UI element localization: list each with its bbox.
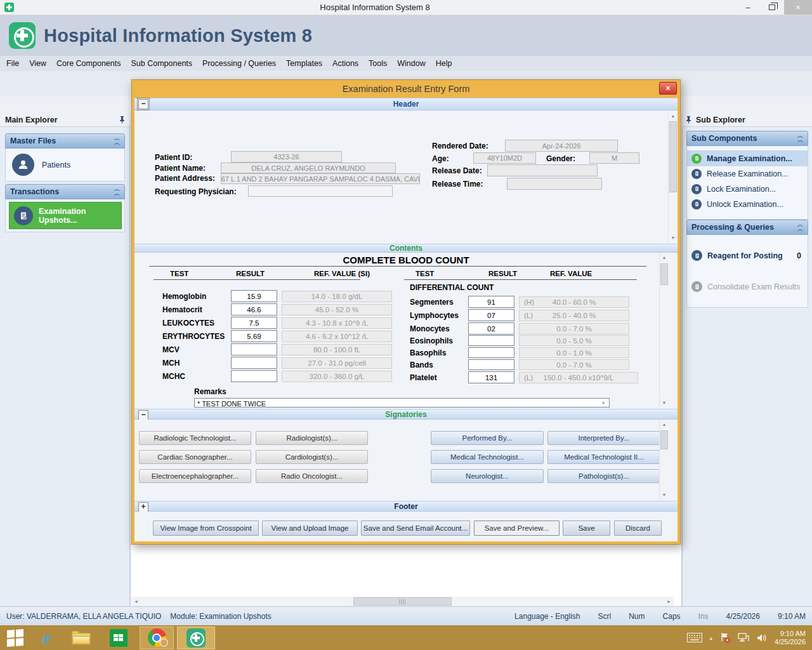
header-scrollbar[interactable]: ▲ ▼ xyxy=(668,111,678,242)
sidebar-item-reagent-for-posting[interactable]: Reagent for Posting 0 xyxy=(687,248,808,263)
dialog-close-button[interactable]: × xyxy=(659,82,677,95)
scroll-up-icon[interactable]: ▲ xyxy=(660,420,669,429)
patient-name-field[interactable]: DELA CRUZ, ANGELO RAYMUNDO xyxy=(221,162,396,173)
sidebar-item-examination-upshots[interactable]: Examination Upshots... xyxy=(9,202,122,229)
patient-address-field[interactable]: B67 L 1 AND 2 BAHAY PANGARAP SAMPALOC 4 … xyxy=(221,173,420,184)
result-input[interactable] xyxy=(231,343,277,355)
interpreted-by-button[interactable]: Interpreted By... xyxy=(547,431,660,445)
scroll-up-icon[interactable]: ▲ xyxy=(669,111,678,121)
pin-icon[interactable] xyxy=(686,116,691,124)
neurologist-button[interactable]: Neurologist... xyxy=(431,469,544,483)
contents-scrollbar[interactable]: ▲ ▼ xyxy=(659,253,669,408)
radio-oncologist-button[interactable]: Radio Oncologist... xyxy=(256,469,368,483)
action-center-flag-icon[interactable] xyxy=(720,632,730,643)
scroll-up-icon[interactable]: ▲ xyxy=(660,253,669,262)
scrollbar-thumb[interactable] xyxy=(353,597,452,606)
radiologists-button[interactable]: Radiologist(s)... xyxy=(256,431,368,445)
patient-id-field[interactable]: 4323-26 xyxy=(231,151,342,162)
close-button[interactable]: × xyxy=(784,0,812,15)
scrollbar-thumb[interactable] xyxy=(660,263,668,285)
result-input[interactable]: 46.6 xyxy=(231,303,277,315)
collapse-chevron-icon[interactable]: ︿︿ xyxy=(797,223,803,232)
taskbar-windows-store[interactable] xyxy=(100,627,137,649)
result-input[interactable]: 02 xyxy=(468,322,514,335)
minimize-button[interactable]: – xyxy=(736,0,760,15)
sidebar-item-release-examination[interactable]: Release Examination... xyxy=(687,166,808,182)
save-and-preview-button[interactable]: Save and Preview... xyxy=(474,521,560,536)
signatories-scrollbar[interactable]: ▲ ▼ xyxy=(659,420,669,500)
menu-core-components[interactable]: Core Components xyxy=(51,56,126,71)
show-hidden-icons-chevron[interactable]: ▴ xyxy=(710,635,713,641)
result-input[interactable] xyxy=(231,370,277,382)
remarks-field[interactable]: * TEST DONE TWICE xyxy=(194,398,610,408)
requesting-physician-field[interactable] xyxy=(248,185,393,197)
result-input[interactable] xyxy=(468,335,514,346)
collapse-chevron-icon[interactable]: ︿︿ xyxy=(797,134,803,143)
view-upload-image-button[interactable]: View and Upload Image xyxy=(262,521,358,536)
restore-button[interactable] xyxy=(760,0,784,15)
taskbar-chrome[interactable] xyxy=(140,627,174,649)
menu-help[interactable]: Help xyxy=(431,56,457,71)
gender-field[interactable]: M xyxy=(589,152,639,164)
result-input[interactable] xyxy=(231,357,277,369)
sidebar-item-lock-examination[interactable]: Lock Examination... xyxy=(687,181,808,197)
menu-processing-queries[interactable]: Processing / Queries xyxy=(197,56,281,71)
sidebar-item-unlock-examination[interactable]: Unlock Examination... xyxy=(687,196,808,212)
medical-technologist-button[interactable]: Medical Technologist... xyxy=(431,450,544,464)
menu-actions[interactable]: Actions xyxy=(327,56,363,71)
result-input[interactable] xyxy=(468,347,514,358)
cardiac-sonographer-button[interactable]: Cardiac Sonographer... xyxy=(139,450,251,464)
scroll-down-icon[interactable]: ▼ xyxy=(660,398,669,408)
result-input[interactable]: 5.69 xyxy=(231,330,277,342)
result-input[interactable] xyxy=(468,359,514,370)
sidebar-item-manage-examination[interactable]: Manage Examination... xyxy=(687,150,808,166)
pin-icon[interactable] xyxy=(119,116,125,124)
collapse-chevron-icon[interactable]: ︿︿ xyxy=(114,136,120,145)
result-input[interactable]: 91 xyxy=(468,296,514,308)
medical-technologist-ii-button[interactable]: Medical Technologist II... xyxy=(547,450,660,464)
network-icon[interactable] xyxy=(738,633,749,642)
rendered-date-field[interactable]: Apr-24-2026 xyxy=(505,140,618,152)
result-input[interactable]: 131 xyxy=(468,371,514,383)
collapse-chevron-icon[interactable]: ︿︿ xyxy=(114,187,120,196)
sidebar-item-consolidate-exam-results[interactable]: Consolidate Exam Results xyxy=(687,279,808,295)
menu-view[interactable]: View xyxy=(24,56,51,71)
group-master-files[interactable]: Master Files ︿︿ xyxy=(5,133,125,149)
save-button[interactable]: Save xyxy=(563,521,610,536)
scroll-left-icon[interactable]: ◄ xyxy=(131,597,141,606)
cardiologists-button[interactable]: Cardiologist(s)... xyxy=(256,450,368,464)
pathologists-button[interactable]: Pathologist(s)... xyxy=(547,469,660,483)
scroll-down-icon[interactable]: ▼ xyxy=(669,233,678,242)
collapse-signatories-button[interactable]: − xyxy=(138,410,148,420)
tray-clock[interactable]: 9:10 AM 4/25/2026 xyxy=(775,630,806,646)
age-field[interactable]: 48Y10M2D xyxy=(473,152,536,164)
result-input[interactable]: 15.9 xyxy=(231,290,277,302)
scrollbar-thumb[interactable] xyxy=(660,430,668,449)
expand-footer-button[interactable]: + xyxy=(138,502,148,512)
sidebar-item-patients[interactable]: Patients xyxy=(6,149,124,176)
start-button[interactable] xyxy=(0,627,30,649)
result-input[interactable]: 07 xyxy=(468,309,514,321)
group-sub-components[interactable]: Sub Components ︿︿ xyxy=(686,131,808,146)
result-input[interactable]: 7.5 xyxy=(231,317,277,329)
performed-by-button[interactable]: Performed By... xyxy=(431,431,544,445)
release-time-field[interactable] xyxy=(507,178,602,190)
taskbar-file-explorer[interactable] xyxy=(62,627,100,649)
dialog-titlebar[interactable]: Examination Result Entry Form xyxy=(132,80,680,98)
view-image-crosspoint-button[interactable]: View Image from Crosspoint xyxy=(153,521,259,536)
volume-icon[interactable] xyxy=(757,633,767,642)
scroll-down-icon[interactable]: ▼ xyxy=(660,490,669,500)
discard-button[interactable]: Discard xyxy=(614,521,662,536)
electroencephalographer-button[interactable]: Electroencephalographer... xyxy=(139,469,251,483)
menu-window[interactable]: Window xyxy=(392,56,430,71)
scroll-right-icon[interactable]: ► xyxy=(664,597,674,606)
menu-sub-components[interactable]: Sub Components xyxy=(126,56,197,71)
group-processing-queries[interactable]: Processing & Queries ︿︿ xyxy=(686,220,808,235)
group-transactions[interactable]: Transactions ︿︿ xyxy=(5,184,125,199)
taskbar-internet-explorer[interactable]: e xyxy=(30,627,62,649)
save-send-email-button[interactable]: Save and Send Email Account... xyxy=(361,521,470,536)
collapse-header-button[interactable]: − xyxy=(138,99,148,109)
radiologic-technologist-button[interactable]: Radiologic Technologist... xyxy=(139,431,251,445)
horizontal-scrollbar[interactable]: ◄ ► xyxy=(131,597,674,606)
menu-file[interactable]: File xyxy=(1,56,24,71)
